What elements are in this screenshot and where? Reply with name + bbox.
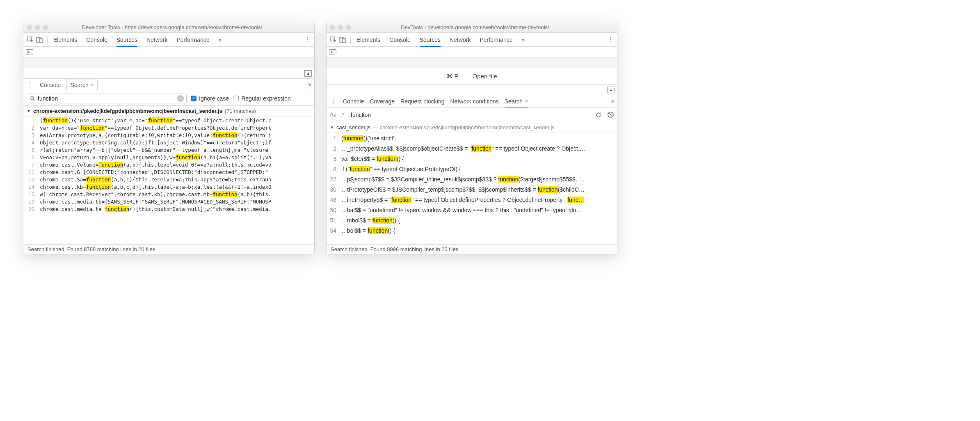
drawer-tab-console[interactable]: Console <box>343 96 364 107</box>
main-menu-icon[interactable]: ⋮ <box>304 36 312 43</box>
checkbox-icon: ✓ <box>191 96 196 101</box>
result-file-header[interactable]: ▼ chrome-extension://pkedcjkdefgpdelpbcm… <box>23 106 314 117</box>
main-tabs: Elements Console Sources Network Perform… <box>23 33 314 47</box>
match-case-icon[interactable]: Aa <box>330 112 336 118</box>
tab-network[interactable]: Network <box>450 33 471 46</box>
status-bar: Search finished. Found 8768 matching lin… <box>23 244 314 254</box>
drawer-tab-coverage[interactable]: Coverage <box>370 96 395 107</box>
line-number: 12 <box>23 176 37 183</box>
line-number: 14 <box>23 184 37 190</box>
window-close[interactable] <box>330 25 335 30</box>
drawer-close-icon[interactable]: × <box>308 81 312 89</box>
result-line[interactable]: 12chrome.cast.Sa=function(a,b,c){this.re… <box>23 176 314 183</box>
line-number: 2 <box>327 145 339 152</box>
result-line[interactable]: 14chrome.cast.kb=function(a,b,c,d){this.… <box>23 183 314 190</box>
tab-performance[interactable]: Performance <box>176 33 209 46</box>
ignore-case-checkbox[interactable]: ✓ Ignore case <box>191 95 229 102</box>
regex-icon[interactable]: .* <box>340 112 344 118</box>
tab-sources[interactable]: Sources <box>420 33 441 46</box>
openfile-label[interactable]: Open file <box>473 73 497 80</box>
window-zoom[interactable] <box>346 25 351 30</box>
navigator-toggle-bar <box>327 47 617 57</box>
device-toggle-icon[interactable] <box>338 35 347 44</box>
device-toggle-icon[interactable] <box>35 35 44 44</box>
window-close[interactable] <box>27 25 32 30</box>
tab-console[interactable]: Console <box>389 33 410 46</box>
drawer-tab-search[interactable]: Search × <box>505 96 528 107</box>
drawer-collapse-icon[interactable]: ▴ <box>304 70 312 77</box>
search-input[interactable] <box>38 95 175 102</box>
tab-elements[interactable]: Elements <box>356 33 380 46</box>
refresh-icon[interactable] <box>595 112 602 118</box>
show-navigator-icon[interactable] <box>329 49 336 55</box>
clear-icon[interactable] <box>608 112 614 118</box>
window-minimize[interactable] <box>338 25 343 30</box>
result-line[interactable]: 11chrome.cast.G={CONNECTED:"connected",D… <box>23 168 314 176</box>
inspect-icon[interactable] <box>329 35 338 44</box>
result-line[interactable]: 19chrome.cast.media.tb={SANS_SERIF:"SANS… <box>23 198 314 205</box>
line-code: r(a);return"array"==b||"object"==b&&"num… <box>37 147 271 153</box>
result-line[interactable]: 2…_prototypeAlias$$, $$jscomp$objectCrea… <box>327 143 617 153</box>
inspect-icon[interactable] <box>26 35 35 44</box>
line-number: 6 <box>23 154 37 160</box>
result-line[interactable]: 30…tPrototypeOf$$ = $JSCompiler_temp$jsc… <box>327 184 617 194</box>
show-navigator-icon[interactable] <box>26 49 33 55</box>
result-line[interactable]: 50…bal$$ = "undefined" != typeof window … <box>327 205 617 215</box>
drawer-collapse-bar: ▴ <box>327 85 617 95</box>
line-code: var $ctor$$ = function() { <box>339 156 404 162</box>
line-code: if ("function" == typeof Object.setProto… <box>339 166 461 172</box>
line-number: 2 <box>23 125 37 131</box>
drawer-menu-icon[interactable]: ⋮ <box>329 97 337 105</box>
drawer-tab-console[interactable]: Console <box>40 79 61 91</box>
ignore-case-label: Ignore case <box>199 95 229 102</box>
close-icon[interactable]: × <box>91 82 94 88</box>
result-line[interactable]: 22…p$jscomp$7$$ = $JSCompiler_inline_res… <box>327 174 617 184</box>
result-line[interactable]: 20chrome.cast.media.ta=function(){this.c… <box>23 205 314 213</box>
result-line[interactable]: 1(function(){'use strict';var e,aa="func… <box>23 117 314 124</box>
line-code: (function(){'use strict';var e,aa="funct… <box>37 117 271 124</box>
drawer-close-icon[interactable]: × <box>611 98 614 105</box>
regex-checkbox[interactable]: Regular expression <box>233 95 291 102</box>
tabs-overflow[interactable]: » <box>522 33 525 46</box>
drawer-collapse-icon[interactable]: ▴ <box>607 87 614 93</box>
result-line[interactable]: 8if ("function" == typeof Object.setProt… <box>327 164 617 174</box>
close-icon[interactable]: × <box>525 98 528 104</box>
window-minimize[interactable] <box>35 25 40 30</box>
status-bar: Search finished. Found 8996 matching lin… <box>327 244 617 254</box>
result-line[interactable]: 7chrome.cast.Volume=function(a,b){this.l… <box>23 161 314 168</box>
line-number: 1 <box>23 117 37 124</box>
tab-console[interactable]: Console <box>86 33 107 46</box>
result-line[interactable]: 3ea(Array.prototype,a,{configurable:!0,w… <box>23 131 314 139</box>
search-results: 1(function(){'use strict';2…_prototypeAl… <box>327 133 617 244</box>
clear-icon[interactable]: × <box>177 95 184 102</box>
result-line[interactable]: 51…mbol$$ = function() { <box>327 215 617 225</box>
drawer-tab-network-conditions[interactable]: Network conditions <box>450 96 498 107</box>
search-input[interactable] <box>351 112 589 118</box>
tabs-overflow[interactable]: » <box>219 33 222 46</box>
result-line[interactable]: 15w("chrome.cast.Receiver",chrome.cast.k… <box>23 190 314 198</box>
drawer-tab-search[interactable]: Search × <box>66 80 97 90</box>
window-zoom[interactable] <box>43 25 48 30</box>
tab-elements[interactable]: Elements <box>53 33 77 46</box>
result-line[interactable]: 54…bol$$ = function() { <box>327 225 617 236</box>
drawer-tab-request-blocking[interactable]: Request blocking <box>400 96 444 107</box>
result-line[interactable]: 1(function(){'use strict'; <box>327 133 617 143</box>
line-number: 20 <box>23 206 37 212</box>
tab-performance[interactable]: Performance <box>480 33 512 46</box>
result-line[interactable]: 4Object.prototype.toString.call(a);if("[… <box>23 139 314 146</box>
result-line[interactable]: 5r(a);return"array"==b||"object"==b&&"nu… <box>23 146 314 153</box>
svg-rect-2 <box>39 39 42 43</box>
drawer-menu-icon[interactable]: ⋮ <box>26 81 34 89</box>
tab-network[interactable]: Network <box>146 33 167 46</box>
result-line[interactable]: 6v=oa:v=pa;return v.apply(null,arguments… <box>23 153 314 161</box>
devtools-window-right: DevTools - developers.google.com/web/too… <box>326 22 617 254</box>
result-file-header[interactable]: ▼ cast_sender.js — chrome-extension://pk… <box>327 122 617 133</box>
main-menu-icon[interactable]: ⋮ <box>606 36 614 43</box>
line-code: …tPrototypeOf$$ = $JSCompiler_temp$jscom… <box>339 186 585 193</box>
result-line[interactable]: 3var $ctor$$ = function() { <box>327 153 617 164</box>
result-line[interactable]: 48…ineProperty$$ = "function" == typeof … <box>327 194 617 205</box>
result-file-path: chrome-extension://pkedcjkdefgpdelpbcmbm… <box>33 108 222 114</box>
result-line[interactable]: 2var da=h,ea="function"==typeof Object.d… <box>23 124 314 131</box>
line-number: 5 <box>23 147 37 153</box>
tab-sources[interactable]: Sources <box>117 33 137 46</box>
